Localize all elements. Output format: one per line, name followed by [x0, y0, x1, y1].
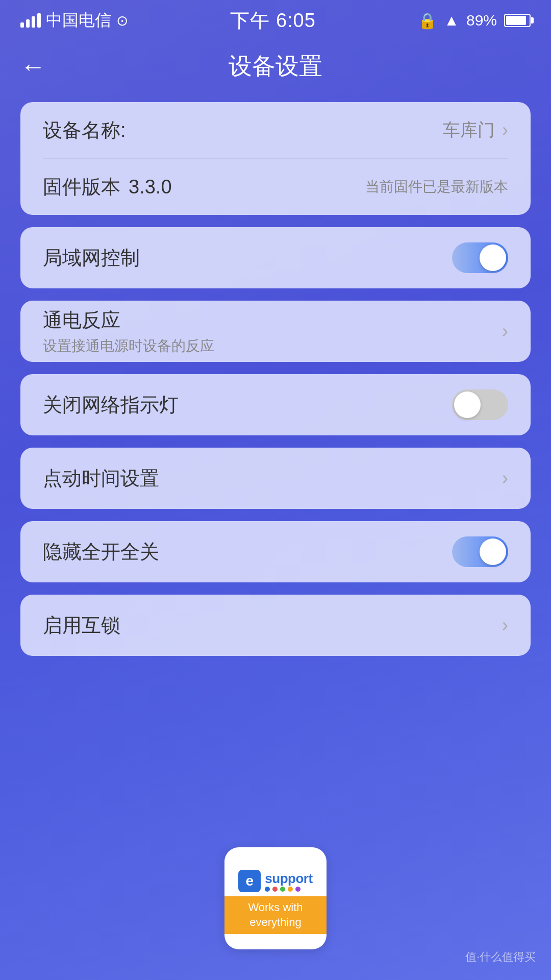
network-light-card: 关闭网络指示灯 [20, 374, 531, 435]
hide-open-close-card: 隐藏全开全关 [20, 521, 531, 582]
network-light-toggle[interactable] [452, 389, 508, 420]
lan-control-label: 局域网控制 [43, 245, 140, 271]
esupport-logo: e support Works with everything [224, 847, 327, 949]
logo-e-icon: e [238, 870, 261, 892]
header: ← 设备设置 [0, 41, 551, 92]
power-response-card[interactable]: 通电反应 设置接通电源时设备的反应 › [20, 301, 531, 362]
logo-banner: Works with everything [224, 896, 327, 934]
pulse-time-row[interactable]: 点动时间设置 › [43, 448, 508, 509]
hide-open-close-toggle[interactable] [452, 536, 508, 567]
status-left: 中国电信 ⊙ [20, 9, 128, 32]
time-label: 下午 6:05 [230, 8, 316, 34]
interlock-label: 启用互锁 [43, 612, 120, 639]
watermark: 值·什么值得买 [465, 949, 536, 965]
chevron-icon: › [502, 615, 508, 636]
carrier-label: 中国电信 [46, 9, 111, 32]
status-bar: 中国电信 ⊙ 下午 6:05 🔒 ▲ 89% [0, 0, 551, 41]
power-response-row[interactable]: 通电反应 设置接通电源时设备的反应 › [43, 301, 508, 362]
power-response-sublabel: 设置接通电源时设备的反应 [43, 336, 214, 356]
lan-control-row: 局域网控制 [43, 227, 508, 288]
logo-support-text: support [265, 871, 312, 887]
device-name-value: 车库门 › [443, 118, 508, 142]
lock-icon: 🔒 [418, 12, 437, 30]
battery-icon [504, 14, 531, 27]
page-title: 设备设置 [229, 51, 322, 82]
firmware-label: 固件版本 [43, 174, 120, 200]
settings-content: 设备名称: 车库门 › 固件版本 3.3.0 当前固件已是最新版本 局域网控制 [0, 92, 551, 666]
interlock-card[interactable]: 启用互锁 › [20, 595, 531, 656]
battery-percent: 89% [466, 12, 497, 29]
wifi-icon: ⊙ [116, 12, 128, 29]
pulse-time-card[interactable]: 点动时间设置 › [20, 448, 531, 509]
firmware-version: 3.3.0 [129, 176, 172, 198]
chevron-icon: › [502, 321, 508, 342]
device-info-card: 设备名称: 车库门 › 固件版本 3.3.0 当前固件已是最新版本 [20, 102, 531, 215]
hide-open-close-label: 隐藏全开全关 [43, 539, 159, 565]
interlock-row[interactable]: 启用互锁 › [43, 595, 508, 656]
firmware-row: 固件版本 3.3.0 当前固件已是最新版本 [43, 159, 508, 215]
back-button[interactable]: ← [20, 52, 46, 81]
pulse-time-label: 点动时间设置 [43, 465, 159, 492]
network-light-row: 关闭网络指示灯 [43, 374, 508, 435]
location-icon: ▲ [444, 12, 459, 29]
device-name-label: 设备名称: [43, 117, 126, 143]
lan-control-card: 局域网控制 [20, 227, 531, 288]
chevron-icon: › [502, 119, 508, 141]
chevron-icon: › [502, 468, 508, 489]
firmware-status: 当前固件已是最新版本 [365, 177, 508, 197]
lan-control-toggle[interactable] [452, 242, 508, 273]
device-name-row[interactable]: 设备名称: 车库门 › [43, 102, 508, 158]
status-right: 🔒 ▲ 89% [418, 12, 531, 30]
hide-open-close-row: 隐藏全开全关 [43, 521, 508, 582]
power-response-label: 通电反应 [43, 307, 214, 333]
signal-icon [20, 13, 41, 28]
network-light-label: 关闭网络指示灯 [43, 392, 179, 418]
